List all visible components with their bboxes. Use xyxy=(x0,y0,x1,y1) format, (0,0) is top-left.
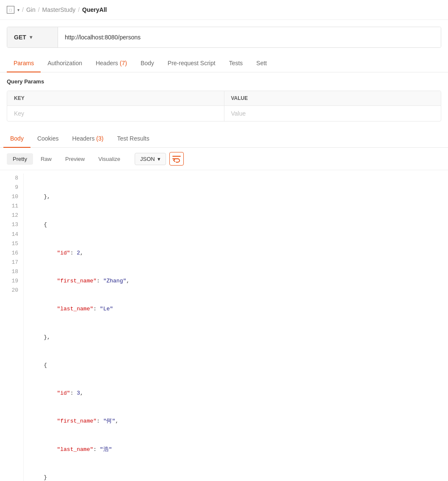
tab-tests[interactable]: Tests xyxy=(222,55,250,72)
breadcrumb-dropdown[interactable]: ▾ xyxy=(17,8,19,12)
json-line-8: }, xyxy=(30,192,441,202)
ln-18: 18 xyxy=(3,267,18,276)
method-chevron-icon: ▾ xyxy=(30,34,32,40)
ln-16: 16 xyxy=(3,249,18,258)
breadcrumb-sep-3: / xyxy=(78,6,80,13)
ln-17: 17 xyxy=(3,258,18,267)
response-tab-testresults[interactable]: Test Results xyxy=(110,130,156,148)
json-line-13: }, xyxy=(30,333,441,342)
json-viewer: 8 9 10 11 12 13 14 15 16 17 18 19 20 }, … xyxy=(0,170,448,481)
json-line-12: "last_name": "Le" xyxy=(30,304,441,314)
ln-8: 8 xyxy=(3,174,18,183)
col-key-header: KEY xyxy=(7,91,224,105)
json-line-15: "id": 3, xyxy=(30,389,441,398)
tab-settings[interactable]: Sett xyxy=(249,55,274,72)
ln-20: 20 xyxy=(3,286,18,295)
file-icon: □ xyxy=(7,6,14,14)
ln-12: 12 xyxy=(3,211,18,220)
line-numbers: 8 9 10 11 12 13 14 15 16 17 18 19 20 xyxy=(0,174,24,481)
url-input[interactable] xyxy=(58,27,441,47)
response-headers-badge: (3) xyxy=(96,135,103,142)
response-tab-headers[interactable]: Headers (3) xyxy=(66,130,111,148)
response-tabs: Body Cookies Headers (3) Test Results xyxy=(0,130,448,148)
col-value-header: VALUE xyxy=(224,91,441,105)
tab-params[interactable]: Params xyxy=(7,55,41,72)
ln-11: 11 xyxy=(3,202,18,211)
view-preview[interactable]: Preview xyxy=(59,153,91,165)
tab-headers[interactable]: Headers (7) xyxy=(89,55,134,72)
response-tab-body[interactable]: Body xyxy=(3,130,30,148)
params-row-empty: Key Value xyxy=(7,106,441,121)
ln-13: 13 xyxy=(3,220,18,229)
ln-19: 19 xyxy=(3,276,18,286)
json-line-18: } xyxy=(30,473,441,481)
view-pretty[interactable]: Pretty xyxy=(7,153,33,165)
tab-body[interactable]: Body xyxy=(134,55,161,72)
url-bar: GET ▾ xyxy=(7,27,441,48)
wrap-icon xyxy=(172,155,181,163)
query-params-header: Query Params xyxy=(0,72,448,91)
view-raw[interactable]: Raw xyxy=(35,153,58,165)
response-tab-cookies[interactable]: Cookies xyxy=(30,130,66,148)
format-select[interactable]: JSON ▾ xyxy=(135,153,166,165)
params-value-input[interactable]: Value xyxy=(224,106,441,121)
breadcrumb: □ ▾ / Gin / MasterStudy / QueryAll xyxy=(0,0,448,20)
json-line-9: { xyxy=(30,220,441,229)
format-label: JSON xyxy=(140,156,155,162)
tab-prerequest[interactable]: Pre-request Script xyxy=(161,55,222,72)
tab-authorization[interactable]: Authorization xyxy=(41,55,89,72)
method-label: GET xyxy=(14,34,26,41)
ln-9: 9 xyxy=(3,183,18,192)
format-chevron-icon: ▾ xyxy=(158,156,160,162)
json-line-16: "first_name": "何", xyxy=(30,417,441,426)
ln-14: 14 xyxy=(3,230,18,239)
ln-10: 10 xyxy=(3,192,18,202)
headers-badge: (7) xyxy=(120,60,127,66)
breadcrumb-current: QueryAll xyxy=(82,6,107,13)
breadcrumb-gin[interactable]: Gin xyxy=(26,6,36,13)
json-line-17: "last_name": "浩" xyxy=(30,445,441,454)
json-content: }, { "id": 2, "first_name": "Zhang", "la… xyxy=(24,174,448,481)
json-line-10: "id": 2, xyxy=(30,249,441,258)
body-toolbar: Pretty Raw Preview Visualize JSON ▾ xyxy=(0,148,448,170)
params-table-header: KEY VALUE xyxy=(7,91,441,106)
method-select[interactable]: GET ▾ xyxy=(7,27,58,47)
ln-15: 15 xyxy=(3,239,18,249)
breadcrumb-sep-1: / xyxy=(22,6,24,13)
breadcrumb-sep-2: / xyxy=(38,6,40,13)
breadcrumb-masterstudy[interactable]: MasterStudy xyxy=(42,6,76,13)
request-tabs: Params Authorization Headers (7) Body Pr… xyxy=(0,55,448,72)
params-table: KEY VALUE Key Value xyxy=(7,91,441,122)
view-visualize[interactable]: Visualize xyxy=(92,153,126,165)
wrap-button[interactable] xyxy=(169,152,184,166)
json-line-14: { xyxy=(30,361,441,370)
params-key-input[interactable]: Key xyxy=(7,106,224,121)
json-line-11: "first_name": "Zhang", xyxy=(30,276,441,286)
